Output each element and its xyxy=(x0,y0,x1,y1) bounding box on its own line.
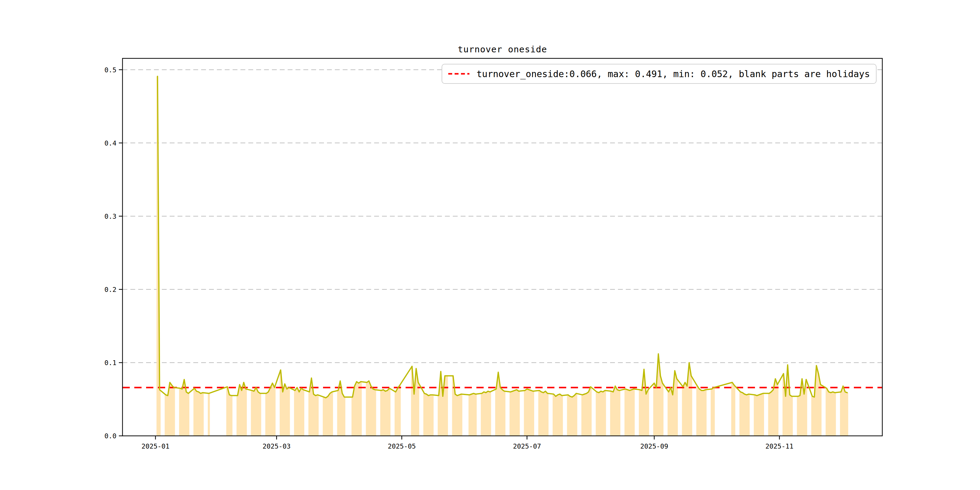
y-tick-label: 0.5 xyxy=(104,66,116,74)
x-tick-label: 2025-03 xyxy=(262,442,291,450)
x-tick-label: 2025-01 xyxy=(142,442,170,450)
trading-run-fill xyxy=(653,354,663,436)
x-tick-label: 2025-07 xyxy=(513,442,541,450)
trading-run-fill xyxy=(596,390,606,436)
chart-title: turnover oneside xyxy=(123,44,882,54)
trading-run-fill xyxy=(711,387,715,436)
trading-run-fill xyxy=(696,386,706,436)
trading-run-fill xyxy=(840,386,848,436)
y-tick-label: 0.3 xyxy=(104,213,116,220)
trading-run-fill xyxy=(423,393,434,436)
trading-run-fill xyxy=(610,386,620,436)
trading-run-fill xyxy=(251,387,261,436)
y-axis: 0.00.10.20.30.40.5 xyxy=(104,66,123,440)
legend-dashed-line-icon xyxy=(448,73,469,75)
x-tick-label: 2025-09 xyxy=(640,442,668,450)
trading-run-fill xyxy=(811,366,821,436)
trading-run-fill xyxy=(567,393,578,436)
trading-run-fill xyxy=(352,382,362,436)
legend: turnover_oneside:0.066, max: 0.491, min:… xyxy=(442,64,877,84)
trading-run-fill xyxy=(740,392,750,436)
trading-run-fill xyxy=(553,394,563,436)
trading-run-fill xyxy=(481,391,491,436)
x-axis: 2025-012025-032025-052025-072025-092025-… xyxy=(142,436,794,450)
x-tick-label: 2025-11 xyxy=(765,442,794,450)
trading-run-fill xyxy=(469,393,477,436)
y-tick-label: 0.1 xyxy=(104,359,116,367)
trading-run-fill xyxy=(754,393,764,436)
legend-label: turnover_oneside:0.066, max: 0.491, min:… xyxy=(477,68,870,79)
axes-frame xyxy=(123,58,882,436)
trading-run-fill xyxy=(668,371,678,436)
y-tick-label: 0.0 xyxy=(104,432,116,440)
trading-run-fill xyxy=(265,383,275,436)
trading-run-fill xyxy=(194,388,204,436)
trading-run-fill xyxy=(826,388,836,436)
turnover-line xyxy=(158,76,847,398)
trading-run-fill xyxy=(294,387,304,436)
trading-run-fill xyxy=(639,369,649,436)
y-gridlines xyxy=(123,70,882,363)
trading-run-fill xyxy=(731,382,736,436)
trading-run-fill xyxy=(438,371,448,436)
y-tick-label: 0.2 xyxy=(104,286,116,293)
trading-run-fill xyxy=(323,392,333,436)
trading-run-fill xyxy=(165,382,175,436)
trading-run-fill xyxy=(395,385,401,436)
trading-run-fill xyxy=(538,390,549,436)
trading-run-fill xyxy=(510,390,520,436)
trading-day-fill-areas xyxy=(156,76,848,436)
x-tick-label: 2025-05 xyxy=(388,442,416,450)
trading-run-fill xyxy=(208,393,210,436)
trading-run-fill xyxy=(625,389,635,436)
trading-run-fill xyxy=(524,389,534,436)
trading-run-fill xyxy=(380,388,390,436)
y-tick-label: 0.4 xyxy=(104,140,116,147)
